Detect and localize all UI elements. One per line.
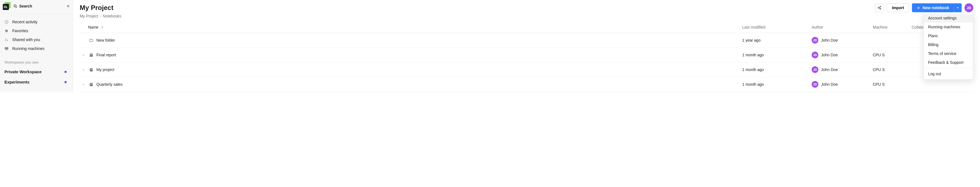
notebook-icon <box>89 53 94 57</box>
import-button[interactable]: Import <box>887 3 910 12</box>
sidebar-nav-item[interactable]: Running machines <box>0 44 73 53</box>
user-menu-item[interactable]: Plans <box>924 31 973 40</box>
user-avatar[interactable]: JD <box>964 3 973 12</box>
notebooks-table: Name ↑ Last modified Author Machine Coll… <box>80 22 973 92</box>
column-header-machine[interactable]: Machine <box>870 22 910 33</box>
table-row[interactable]: My project1 month agoJDJohn DoeCPU S <box>80 62 973 77</box>
chevron-right-icon: › <box>100 14 101 18</box>
user-menu-item[interactable]: Running machines <box>924 22 973 31</box>
author-name: John Doe <box>821 67 838 72</box>
author-name: John Doe <box>821 53 838 57</box>
workspace-section-label: Workspaces you own <box>0 56 73 67</box>
breadcrumb-item[interactable]: My Project <box>80 14 98 18</box>
main-content: My Project Import <box>73 0 980 92</box>
item-name: New folder <box>96 38 115 43</box>
svg-line-1 <box>16 7 17 8</box>
search-label: Search <box>19 4 32 8</box>
chevron-down-icon <box>956 6 959 9</box>
sidebar-nav-item[interactable]: Favorites <box>0 26 73 35</box>
sidebar-nav-item[interactable]: Shared with you <box>0 35 73 44</box>
search-icon <box>13 4 18 8</box>
breadcrumb-item[interactable]: Notebooks <box>103 14 121 18</box>
modified-cell: 1 year ago <box>740 33 810 48</box>
machine-cell: CPU S <box>870 48 910 62</box>
modified-cell: 1 month ago <box>740 77 810 92</box>
workspace-status-dot <box>64 81 67 83</box>
svg-rect-6 <box>5 47 8 49</box>
expand-icon[interactable] <box>82 54 86 57</box>
author-name: John Doe <box>821 82 838 87</box>
user-menu-logout[interactable]: Log out <box>924 69 973 78</box>
svg-rect-22 <box>90 69 92 70</box>
share-icon <box>5 38 9 42</box>
folder-icon <box>89 38 94 43</box>
user-menu-item[interactable]: Feedback & Support <box>924 58 973 67</box>
expand-icon[interactable] <box>82 83 86 86</box>
breadcrumb: My Project › Notebooks <box>73 12 980 18</box>
author-avatar: JD <box>812 66 818 73</box>
svg-rect-19 <box>90 55 92 55</box>
sidebar: DL Search Recent activityFavoritesShared… <box>0 0 73 92</box>
notebook-icon <box>89 82 94 87</box>
svg-rect-28 <box>90 84 92 84</box>
workspace-status-dot <box>64 71 67 73</box>
collapse-sidebar-button[interactable] <box>66 4 70 8</box>
workspace-item[interactable]: Private Workspace <box>0 67 73 77</box>
item-name: Quarterly sales <box>96 82 123 87</box>
menu-separator <box>924 68 973 68</box>
machine-cell: CPU S <box>870 77 910 92</box>
table-row[interactable]: New folder1 year agoJDJohn Doe <box>80 33 973 48</box>
svg-point-10 <box>878 7 879 8</box>
user-menu-item[interactable]: Account settings <box>924 14 973 22</box>
new-notebook-dropdown-button[interactable] <box>954 3 962 12</box>
svg-point-5 <box>5 40 6 41</box>
svg-point-3 <box>5 38 6 40</box>
clock-icon <box>5 20 9 24</box>
svg-point-11 <box>880 8 881 10</box>
column-header-modified[interactable]: Last modified <box>740 22 810 33</box>
share-button[interactable] <box>875 3 884 12</box>
page-title: My Project <box>80 4 113 12</box>
sidebar-nav: Recent activityFavoritesShared with youR… <box>0 15 73 56</box>
workspace-name: Private Workspace <box>5 69 42 74</box>
workspace-name: Experiments <box>5 80 29 84</box>
svg-point-9 <box>880 6 881 7</box>
app-logo[interactable]: DL <box>3 2 11 10</box>
new-notebook-button[interactable]: New notebook <box>912 3 954 12</box>
item-name: My project <box>96 67 115 72</box>
workspace-item[interactable]: Experiments <box>0 77 73 87</box>
machine-cell: CPU S <box>870 62 910 77</box>
sidebar-nav-label: Recent activity <box>12 20 38 24</box>
svg-rect-27 <box>90 83 92 84</box>
sort-ascending-icon: ↑ <box>101 25 103 29</box>
new-notebook-label: New notebook <box>923 6 949 10</box>
column-header-name[interactable]: Name ↑ <box>80 22 740 33</box>
user-menu-item[interactable]: Terms of service <box>924 49 973 58</box>
monitor-icon <box>5 47 9 51</box>
svg-line-13 <box>879 8 880 9</box>
import-button-label: Import <box>892 6 904 10</box>
user-menu-dropdown: Account settingsRunning machinesPlansBil… <box>923 12 973 80</box>
search-button[interactable]: Search <box>13 4 32 8</box>
app-logo-text: DL <box>3 4 9 10</box>
expand-icon[interactable] <box>82 68 86 71</box>
sidebar-nav-item[interactable]: Recent activity <box>0 17 73 26</box>
modified-cell: 1 month ago <box>740 48 810 62</box>
table-row[interactable]: Final report1 month agoJDJohn DoeCPU S <box>80 48 973 62</box>
sidebar-nav-label: Favorites <box>12 29 28 33</box>
share-icon <box>878 6 881 10</box>
author-avatar: JD <box>812 37 818 44</box>
new-notebook-split-button: New notebook <box>912 3 962 12</box>
notebook-icon <box>89 68 94 72</box>
svg-point-0 <box>14 5 16 7</box>
table-row[interactable]: Quarterly sales1 month agoJDJohn DoeCPU … <box>80 77 973 92</box>
sidebar-nav-label: Running machines <box>12 46 45 51</box>
user-menu-item[interactable]: Billing <box>924 40 973 49</box>
author-avatar: JD <box>812 81 818 88</box>
column-header-author[interactable]: Author <box>810 22 870 33</box>
modified-cell: 1 month ago <box>740 62 810 77</box>
plus-icon <box>917 6 920 10</box>
sidebar-nav-label: Shared with you <box>12 38 40 42</box>
svg-rect-21 <box>90 68 92 69</box>
svg-point-4 <box>7 40 8 41</box>
